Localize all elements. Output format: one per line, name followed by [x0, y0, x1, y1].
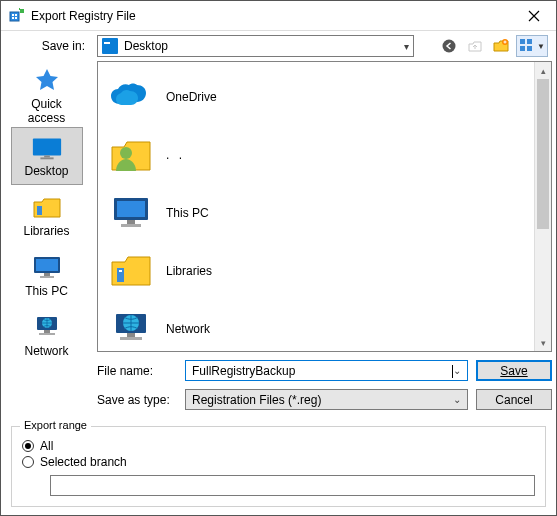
quickaccess-icon — [31, 68, 63, 94]
svg-point-25 — [120, 147, 132, 159]
window-title: Export Registry File — [31, 9, 511, 23]
selected-branch-input[interactable] — [50, 475, 535, 496]
save-button[interactable]: Save — [476, 360, 552, 381]
svg-rect-5 — [20, 9, 24, 13]
svg-rect-12 — [527, 46, 532, 51]
list-item[interactable]: Libraries — [102, 242, 530, 300]
radio-all-label: All — [40, 439, 53, 453]
sidebar-item-quickaccess[interactable]: Quick access — [11, 67, 83, 125]
scroll-up-icon[interactable]: ▴ — [535, 62, 551, 79]
toolbar: Save in: Desktop ▾ ▼ — [1, 31, 556, 61]
sidebar-item-label: This PC — [25, 284, 68, 298]
filename-combo[interactable]: ⌄ — [185, 360, 468, 381]
list-item-label: . . — [166, 148, 185, 162]
svg-rect-2 — [15, 14, 17, 16]
list-item[interactable]: . . — [102, 126, 530, 184]
svg-rect-9 — [520, 39, 525, 44]
svg-rect-10 — [527, 39, 532, 44]
saveastype-label: Save as type: — [97, 393, 177, 407]
svg-rect-31 — [119, 270, 122, 272]
savein-combo[interactable]: Desktop ▾ — [97, 35, 414, 57]
thispc-icon — [108, 190, 154, 236]
list-item-label: Libraries — [166, 264, 212, 278]
saveastype-combo[interactable]: Registration Files (*.reg) ⌄ — [185, 389, 468, 410]
sidebar-item-label: Quick access — [14, 97, 80, 125]
list-item-label: Network — [166, 322, 210, 336]
places-sidebar: Quick access Desktop Libraries This PC — [1, 61, 93, 416]
sidebar-item-libraries[interactable]: Libraries — [11, 187, 83, 245]
list-item[interactable]: OneDrive — [102, 68, 530, 126]
export-range-legend: Export range — [20, 419, 91, 431]
radio-icon — [22, 456, 34, 468]
libraries-icon — [108, 248, 154, 294]
sidebar-item-thispc[interactable]: This PC — [11, 247, 83, 305]
radio-selected-branch[interactable]: Selected branch — [22, 455, 535, 469]
svg-rect-34 — [127, 333, 135, 337]
filename-input[interactable] — [192, 364, 452, 378]
thispc-icon — [31, 255, 63, 281]
desktop-icon — [31, 135, 63, 161]
file-list[interactable]: OneDrive . . This PC — [97, 61, 552, 352]
svg-rect-14 — [44, 155, 50, 157]
radio-all[interactable]: All — [22, 439, 535, 453]
chevron-down-icon[interactable]: ⌄ — [453, 365, 461, 376]
svg-rect-20 — [40, 276, 54, 278]
chevron-down-icon[interactable]: ⌄ — [453, 394, 461, 405]
export-registry-dialog: Export Registry File Save in: Desktop ▾ … — [0, 0, 557, 516]
folder-icon — [102, 38, 118, 54]
svg-rect-6 — [19, 8, 20, 10]
scroll-thumb[interactable] — [537, 79, 549, 229]
back-button[interactable] — [438, 35, 460, 57]
svg-rect-24 — [39, 333, 55, 335]
svg-rect-4 — [15, 17, 17, 19]
list-item-label: OneDrive — [166, 90, 217, 104]
radio-selected-branch-label: Selected branch — [40, 455, 127, 469]
svg-rect-29 — [121, 224, 141, 227]
libraries-icon — [31, 195, 63, 221]
svg-rect-18 — [36, 259, 58, 271]
svg-rect-0 — [10, 12, 19, 21]
svg-rect-23 — [44, 330, 50, 333]
new-folder-button[interactable] — [490, 35, 512, 57]
sidebar-item-label: Libraries — [23, 224, 69, 238]
onedrive-icon — [108, 74, 154, 120]
up-one-level-button[interactable] — [464, 35, 486, 57]
svg-rect-27 — [117, 201, 145, 217]
list-item-label: This PC — [166, 206, 209, 220]
svg-rect-16 — [37, 206, 42, 215]
savein-value: Desktop — [124, 39, 168, 53]
sidebar-item-label: Desktop — [24, 164, 68, 178]
scrollbar[interactable]: ▴ ▾ — [534, 62, 551, 351]
chevron-down-icon: ▾ — [404, 41, 409, 52]
filename-label: File name: — [97, 364, 177, 378]
network-icon — [31, 315, 63, 341]
sidebar-item-label: Network — [24, 344, 68, 358]
close-button[interactable] — [511, 1, 556, 30]
svg-rect-28 — [127, 220, 135, 224]
svg-rect-13 — [32, 138, 60, 155]
svg-rect-35 — [120, 337, 142, 340]
cancel-button[interactable]: Cancel — [476, 389, 552, 410]
svg-rect-11 — [520, 46, 525, 51]
titlebar: Export Registry File — [1, 1, 556, 31]
savein-label: Save in: — [1, 39, 93, 53]
sidebar-item-network[interactable]: Network — [11, 307, 83, 365]
scroll-down-icon[interactable]: ▾ — [535, 334, 551, 351]
saveastype-value: Registration Files (*.reg) — [192, 393, 321, 407]
svg-rect-1 — [12, 14, 14, 16]
list-item[interactable]: Network — [102, 300, 530, 352]
export-range-group: Export range All Selected branch — [11, 426, 546, 507]
svg-point-7 — [443, 40, 456, 53]
svg-rect-19 — [44, 273, 50, 276]
sidebar-item-desktop[interactable]: Desktop — [11, 127, 83, 185]
user-folder-icon — [108, 132, 154, 178]
view-menu-button[interactable]: ▼ — [516, 35, 548, 57]
list-item[interactable]: This PC — [102, 184, 530, 242]
regedit-icon — [9, 8, 25, 24]
network-icon — [108, 306, 154, 352]
radio-icon — [22, 440, 34, 452]
cancel-button-label: Cancel — [495, 393, 532, 407]
svg-rect-3 — [12, 17, 14, 19]
save-button-label: Save — [500, 364, 527, 378]
svg-rect-15 — [40, 157, 53, 159]
